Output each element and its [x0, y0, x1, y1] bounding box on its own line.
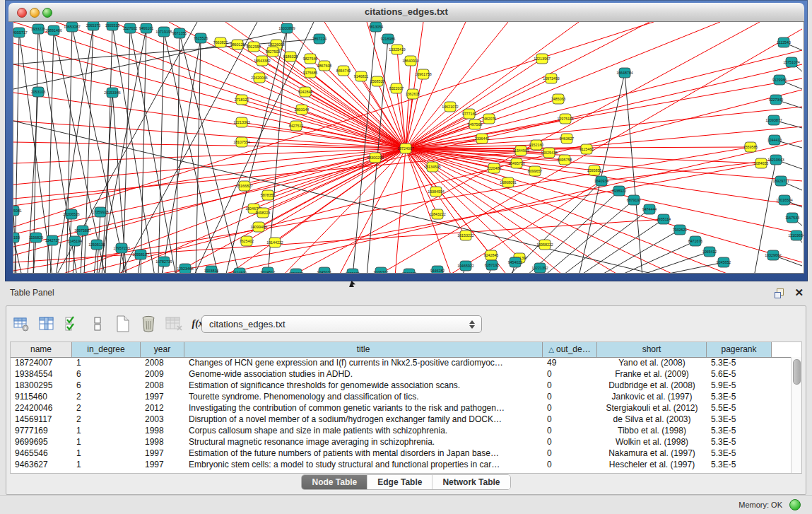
- graph-node[interactable]: 8424509: [233, 268, 247, 273]
- table-cell[interactable]: Structural magnetic resonance image aver…: [184, 436, 543, 448]
- table-cell[interactable]: 1: [72, 448, 141, 459]
- table-cell[interactable]: 5.6E-5: [707, 368, 772, 380]
- table-cell[interactable]: 0: [543, 448, 597, 459]
- table-cell[interactable]: 2: [72, 402, 141, 414]
- table-cell[interactable]: 9115460: [11, 391, 72, 402]
- table-cell[interactable]: 5.5E-5: [707, 402, 772, 414]
- graph-node[interactable]: 9827503: [266, 47, 281, 57]
- table-cell[interactable]: 1997: [141, 459, 184, 470]
- table-cell[interactable]: 1: [72, 425, 141, 436]
- delete-table-button[interactable]: [163, 313, 184, 334]
- graph-node[interactable]: 16961758: [415, 69, 432, 79]
- graph-node[interactable]: 1933226: [31, 24, 46, 34]
- table-cell[interactable]: Franke et al. (2009): [597, 368, 707, 380]
- table-cell[interactable]: Yano et al. (2008): [597, 357, 707, 368]
- graph-node[interactable]: 8938922: [612, 186, 627, 196]
- close-panel-icon[interactable]: ✕: [794, 286, 804, 299]
- graph-node[interactable]: 1112543: [777, 37, 791, 47]
- graph-node[interactable]: 7615526: [194, 33, 208, 43]
- column-header-title[interactable]: title: [184, 342, 543, 357]
- graph-node[interactable]: 9106372: [374, 267, 389, 273]
- graph-node[interactable]: 1559585: [743, 142, 758, 152]
- graph-node[interactable]: 10973493: [543, 74, 560, 83]
- vertical-scrollbar[interactable]: [791, 357, 801, 473]
- table-cell[interactable]: 5.3E-5: [707, 357, 772, 368]
- graph-node[interactable]: 8813054: [369, 22, 384, 32]
- graph-node[interactable]: 6287192: [485, 260, 500, 270]
- table-cell[interactable]: 1998: [141, 425, 184, 436]
- graph-node[interactable]: 1244413: [767, 135, 782, 145]
- table-cell[interactable]: 9463627: [11, 459, 72, 470]
- graph-node[interactable]: 14055717: [13, 28, 28, 37]
- table-row[interactable]: 977716911998Corpus callosum shape and si…: [11, 425, 792, 436]
- graph-node[interactable]: 14621072: [442, 102, 459, 112]
- table-cell[interactable]: Tibbo et al. (1998): [597, 425, 707, 436]
- table-cell[interactable]: 1: [72, 436, 141, 448]
- graph-node[interactable]: 15958222: [536, 240, 553, 250]
- graph-node[interactable]: 10958107: [132, 250, 149, 259]
- table-cell[interactable]: 2008: [141, 357, 184, 368]
- table-cell[interactable]: 0: [543, 368, 597, 380]
- table-cell[interactable]: 18724007: [11, 357, 72, 368]
- graph-node[interactable]: 17359928: [92, 207, 109, 217]
- table-row[interactable]: 1872400712008Changes of HCN gene express…: [11, 357, 792, 368]
- table-cell[interactable]: de Silva et al. (2003): [597, 414, 707, 425]
- graph-node[interactable]: 9860128: [230, 40, 245, 49]
- graph-node[interactable]: 8099657: [528, 166, 543, 176]
- graph-node[interactable]: 1156829: [29, 233, 43, 243]
- table-cell[interactable]: Disruption of a novel member of a sodium…: [184, 414, 543, 425]
- table-cell[interactable]: 2003: [141, 414, 184, 425]
- table-cell[interactable]: 0: [543, 402, 597, 414]
- table-cell[interactable]: 6: [72, 380, 141, 391]
- table-cell[interactable]: Corpus callosum shape and size in male p…: [184, 425, 543, 436]
- table-cell[interactable]: 2009: [141, 368, 184, 380]
- table-row[interactable]: 969969511998Structural magnetic resonanc…: [11, 436, 792, 448]
- graph-node[interactable]: 16210643: [767, 155, 784, 165]
- graph-node[interactable]: 17016504: [776, 195, 793, 205]
- column-header-name[interactable]: name: [11, 342, 72, 357]
- table-cell[interactable]: 22420046: [11, 402, 72, 414]
- table-cell[interactable]: Genome-wide association studies in ADHD.: [184, 368, 543, 380]
- table-cell[interactable]: 0: [543, 414, 597, 425]
- graph-node[interactable]: 10221392: [531, 263, 548, 273]
- table-cell[interactable]: 5.3E-5: [707, 436, 772, 448]
- graph-node[interactable]: 2718120: [235, 95, 249, 105]
- graph-node[interactable]: 12103654: [788, 230, 804, 240]
- graph-node[interactable]: 1640934: [594, 176, 609, 186]
- table-row[interactable]: 1830029562008Estimation of significance …: [11, 380, 792, 391]
- table-mode-button[interactable]: [11, 313, 32, 334]
- table-cell[interactable]: 5.3E-5: [707, 448, 772, 459]
- graph-node[interactable]: 18640910: [402, 56, 419, 66]
- table-row[interactable]: 1938455462009Genome-wide association stu…: [11, 368, 792, 380]
- graph-node[interactable]: 9227349: [769, 95, 784, 105]
- graph-node[interactable]: 7485063: [551, 94, 566, 104]
- column-header-short[interactable]: short: [597, 342, 707, 357]
- table-row[interactable]: 946362711997Embryonic stem cells: a mode…: [11, 459, 792, 470]
- graph-node[interactable]: 8454749: [336, 66, 351, 76]
- graph-node[interactable]: 8912954: [247, 42, 261, 52]
- table-cell[interactable]: Changes of HCN gene expression and I(f) …: [184, 357, 543, 368]
- table-cell[interactable]: Tourette syndrome. Phenomenology and cla…: [184, 391, 543, 402]
- table-cell[interactable]: 19384554: [11, 368, 72, 380]
- table-cell[interactable]: Stergiakouli et al. (2012): [597, 402, 707, 414]
- graph-node[interactable]: 9115460: [579, 144, 594, 154]
- table-cell[interactable]: 6: [72, 368, 141, 380]
- graph-node[interactable]: 1595855: [587, 165, 602, 175]
- graph-node[interactable]: 1084655: [754, 158, 769, 168]
- table-cell[interactable]: 2: [72, 414, 141, 425]
- graph-node[interactable]: 1903814: [204, 266, 219, 273]
- table-cell[interactable]: 1997: [141, 448, 184, 459]
- graph-node[interactable]: 7663822: [213, 37, 228, 47]
- table-cell[interactable]: 9699695: [11, 436, 72, 448]
- graph-node[interactable]: 9175685: [303, 68, 318, 78]
- graph-node[interactable]: 12923468: [177, 264, 194, 273]
- graph-node[interactable]: 7220486: [487, 163, 502, 173]
- table-source-select[interactable]: citations_edges.txt: [201, 315, 482, 333]
- graph-node[interactable]: 2935114: [657, 214, 671, 224]
- table-cell[interactable]: 2: [72, 391, 141, 402]
- table-cell[interactable]: Jankovic et al. (1997): [597, 391, 707, 402]
- table-cell[interactable]: 0: [543, 425, 597, 436]
- graph-node[interactable]: 18929711: [772, 176, 789, 186]
- graph-node[interactable]: 9245652: [717, 257, 731, 267]
- table-cell[interactable]: 9777169: [11, 425, 72, 436]
